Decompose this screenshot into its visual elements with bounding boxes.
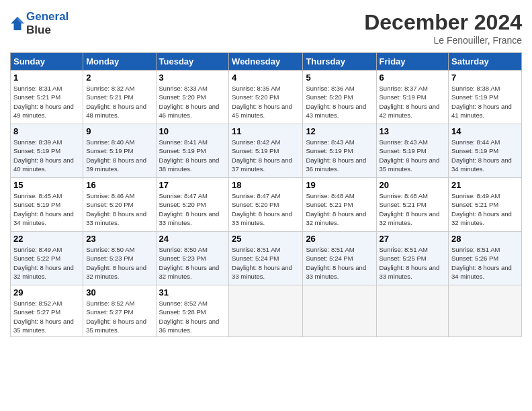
day-number: 28: [451, 234, 519, 244]
table-row: 20Sunrise: 8:48 AMSunset: 5:21 PMDayligh…: [376, 178, 449, 232]
day-detail: Sunrise: 8:35 AMSunset: 5:20 PMDaylight:…: [232, 84, 300, 120]
day-detail: Sunrise: 8:43 AMSunset: 5:19 PMDaylight:…: [380, 138, 446, 173]
table-row: [449, 285, 522, 337]
day-detail: Sunrise: 8:46 AMSunset: 5:20 PMDaylight:…: [86, 191, 152, 227]
table-row: 5Sunrise: 8:36 AMSunset: 5:20 PMDaylight…: [303, 71, 376, 124]
table-row: 15Sunrise: 8:45 AMSunset: 5:19 PMDayligh…: [11, 178, 83, 232]
col-friday: Friday: [376, 53, 449, 71]
day-number: 17: [159, 180, 226, 190]
day-number: 3: [159, 73, 226, 83]
table-row: 22Sunrise: 8:49 AMSunset: 5:22 PMDayligh…: [11, 232, 83, 285]
table-row: 27Sunrise: 8:51 AMSunset: 5:25 PMDayligh…: [376, 232, 449, 285]
day-number: 29: [13, 287, 80, 298]
table-row: 7Sunrise: 8:38 AMSunset: 5:19 PMDaylight…: [449, 71, 522, 124]
day-detail: Sunrise: 8:49 AMSunset: 5:22 PMDaylight:…: [13, 245, 80, 281]
day-detail: Sunrise: 8:52 AMSunset: 5:28 PMDaylight:…: [159, 299, 226, 334]
day-detail: Sunrise: 8:42 AMSunset: 5:19 PMDaylight:…: [232, 138, 300, 173]
day-number: 1: [13, 73, 80, 83]
day-detail: Sunrise: 8:50 AMSunset: 5:23 PMDaylight:…: [159, 245, 226, 281]
day-detail: Sunrise: 8:52 AMSunset: 5:27 PMDaylight:…: [86, 299, 152, 334]
table-row: [303, 285, 376, 337]
table-row: 31Sunrise: 8:52 AMSunset: 5:28 PMDayligh…: [156, 285, 229, 337]
table-row: 16Sunrise: 8:46 AMSunset: 5:20 PMDayligh…: [83, 178, 156, 232]
day-detail: Sunrise: 8:52 AMSunset: 5:27 PMDaylight:…: [13, 299, 80, 334]
title-section: December 2024 Le Fenouiller, France: [364, 10, 522, 46]
table-row: 19Sunrise: 8:48 AMSunset: 5:21 PMDayligh…: [303, 178, 376, 232]
logo: General Blue: [10, 10, 69, 36]
day-detail: Sunrise: 8:48 AMSunset: 5:21 PMDaylight:…: [306, 191, 373, 227]
table-row: 25Sunrise: 8:51 AMSunset: 5:24 PMDayligh…: [229, 232, 303, 285]
logo-text-general: General: [26, 10, 69, 23]
col-tuesday: Tuesday: [156, 53, 229, 71]
calendar-week-row: 22Sunrise: 8:49 AMSunset: 5:22 PMDayligh…: [11, 232, 522, 285]
table-row: 18Sunrise: 8:47 AMSunset: 5:20 PMDayligh…: [229, 178, 303, 232]
col-thursday: Thursday: [303, 53, 376, 71]
day-number: 16: [86, 180, 152, 190]
table-row: [376, 285, 449, 337]
table-row: 11Sunrise: 8:42 AMSunset: 5:19 PMDayligh…: [229, 124, 303, 178]
table-row: 8Sunrise: 8:39 AMSunset: 5:19 PMDaylight…: [11, 124, 83, 178]
table-row: 12Sunrise: 8:43 AMSunset: 5:19 PMDayligh…: [303, 124, 376, 178]
day-number: 12: [306, 126, 373, 136]
day-number: 6: [380, 73, 446, 83]
table-row: 13Sunrise: 8:43 AMSunset: 5:19 PMDayligh…: [376, 124, 449, 178]
day-number: 5: [306, 73, 373, 83]
day-detail: Sunrise: 8:44 AMSunset: 5:19 PMDaylight:…: [451, 138, 519, 173]
day-detail: Sunrise: 8:37 AMSunset: 5:19 PMDaylight:…: [380, 84, 446, 120]
day-detail: Sunrise: 8:51 AMSunset: 5:24 PMDaylight:…: [232, 245, 300, 281]
day-number: 27: [380, 234, 446, 244]
day-detail: Sunrise: 8:33 AMSunset: 5:20 PMDaylight:…: [159, 84, 226, 120]
day-detail: Sunrise: 8:43 AMSunset: 5:19 PMDaylight:…: [306, 138, 373, 173]
logo-text-blue: Blue: [26, 24, 51, 36]
col-saturday: Saturday: [449, 53, 522, 71]
day-detail: Sunrise: 8:32 AMSunset: 5:21 PMDaylight:…: [86, 84, 152, 120]
day-number: 14: [451, 126, 519, 136]
day-number: 9: [86, 126, 152, 136]
table-row: 23Sunrise: 8:50 AMSunset: 5:23 PMDayligh…: [83, 232, 156, 285]
day-number: 24: [159, 234, 226, 244]
table-row: 26Sunrise: 8:51 AMSunset: 5:24 PMDayligh…: [303, 232, 376, 285]
day-detail: Sunrise: 8:51 AMSunset: 5:24 PMDaylight:…: [306, 245, 373, 281]
day-number: 21: [451, 180, 519, 190]
day-number: 4: [232, 73, 300, 83]
day-detail: Sunrise: 8:49 AMSunset: 5:21 PMDaylight:…: [451, 191, 519, 227]
table-row: 29Sunrise: 8:52 AMSunset: 5:27 PMDayligh…: [11, 285, 83, 337]
day-detail: Sunrise: 8:50 AMSunset: 5:23 PMDaylight:…: [86, 245, 152, 281]
table-row: [229, 285, 303, 337]
day-detail: Sunrise: 8:47 AMSunset: 5:20 PMDaylight:…: [232, 191, 300, 227]
day-number: 20: [380, 180, 446, 190]
day-number: 26: [306, 234, 373, 244]
calendar-page: General Blue December 2024 Le Fenouiller…: [0, 0, 532, 411]
page-header: General Blue December 2024 Le Fenouiller…: [10, 10, 522, 46]
calendar-header-row: Sunday Monday Tuesday Wednesday Thursday…: [11, 53, 522, 71]
day-number: 11: [232, 126, 300, 136]
day-number: 10: [159, 126, 226, 136]
day-detail: Sunrise: 8:41 AMSunset: 5:19 PMDaylight:…: [159, 138, 226, 173]
day-number: 25: [232, 234, 300, 244]
day-number: 19: [306, 180, 373, 190]
table-row: 9Sunrise: 8:40 AMSunset: 5:19 PMDaylight…: [83, 124, 156, 178]
day-number: 7: [451, 73, 519, 83]
table-row: 28Sunrise: 8:51 AMSunset: 5:26 PMDayligh…: [449, 232, 522, 285]
day-detail: Sunrise: 8:36 AMSunset: 5:20 PMDaylight:…: [306, 84, 373, 120]
table-row: 4Sunrise: 8:35 AMSunset: 5:20 PMDaylight…: [229, 71, 303, 124]
table-row: 21Sunrise: 8:49 AMSunset: 5:21 PMDayligh…: [449, 178, 522, 232]
day-detail: Sunrise: 8:47 AMSunset: 5:20 PMDaylight:…: [159, 191, 226, 227]
day-number: 8: [13, 126, 80, 136]
col-wednesday: Wednesday: [229, 53, 303, 71]
calendar-week-row: 29Sunrise: 8:52 AMSunset: 5:27 PMDayligh…: [11, 285, 522, 337]
table-row: 14Sunrise: 8:44 AMSunset: 5:19 PMDayligh…: [449, 124, 522, 178]
table-row: 6Sunrise: 8:37 AMSunset: 5:19 PMDaylight…: [376, 71, 449, 124]
table-row: 3Sunrise: 8:33 AMSunset: 5:20 PMDaylight…: [156, 71, 229, 124]
col-sunday: Sunday: [11, 53, 83, 71]
day-number: 23: [86, 234, 152, 244]
day-number: 15: [13, 180, 80, 190]
calendar-week-row: 8Sunrise: 8:39 AMSunset: 5:19 PMDaylight…: [11, 124, 522, 178]
day-detail: Sunrise: 8:48 AMSunset: 5:21 PMDaylight:…: [380, 191, 446, 227]
day-detail: Sunrise: 8:31 AMSunset: 5:21 PMDaylight:…: [13, 84, 80, 120]
day-number: 30: [86, 287, 152, 298]
calendar-table: Sunday Monday Tuesday Wednesday Thursday…: [10, 52, 522, 337]
col-monday: Monday: [83, 53, 156, 71]
table-row: 2Sunrise: 8:32 AMSunset: 5:21 PMDaylight…: [83, 71, 156, 124]
day-detail: Sunrise: 8:38 AMSunset: 5:19 PMDaylight:…: [451, 84, 519, 120]
